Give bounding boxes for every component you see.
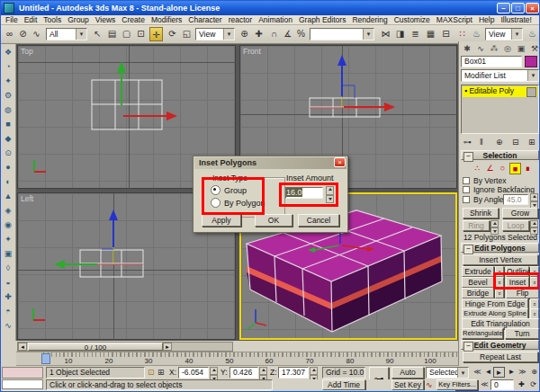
angle-snap-icon[interactable]: ∡ <box>281 27 294 41</box>
select-object-icon[interactable]: ↖ <box>91 27 104 41</box>
dialog-titlebar[interactable]: Inset Polygons <box>194 157 346 169</box>
select-rotate-icon[interactable]: ⟳ <box>166 27 179 41</box>
maxscript-mini-listener-output[interactable] <box>2 379 43 389</box>
collapse-icon[interactable]: − <box>464 342 473 352</box>
percent-snap-icon[interactable]: % <box>294 27 308 41</box>
turn-button[interactable]: Turn <box>505 328 539 339</box>
bevel-button[interactable]: Bevel <box>462 277 494 288</box>
left-toolbar-icon[interactable]: ▣ <box>4 247 13 261</box>
mirror-icon[interactable]: ⋈ <box>379 27 392 41</box>
track-bar[interactable]: 10 20 30 40 50 60 70 80 90 100 <box>16 352 458 366</box>
selection-filter-dropdown[interactable]: All ▼ <box>46 28 87 40</box>
absolute-offset-toggle-icon[interactable]: ⊞ <box>158 367 165 378</box>
current-frame-field[interactable]: 0 <box>490 379 514 390</box>
minimize-button[interactable]: − <box>497 3 510 13</box>
left-toolbar-icon[interactable]: ✦ <box>4 75 12 88</box>
subobject-border-icon[interactable]: ○ <box>497 163 508 174</box>
play-animation-icon[interactable]: ► <box>493 367 505 378</box>
left-toolbar-icon[interactable]: ◊ <box>6 262 10 275</box>
left-toolbar-icon[interactable]: ❖ <box>4 46 12 59</box>
menu-item-modifiers[interactable]: Modifiers <box>151 15 182 24</box>
stack-item-toggle[interactable] <box>526 87 536 97</box>
close-button[interactable]: × <box>526 3 539 13</box>
remove-modifier-icon[interactable]: ⊟ <box>512 137 519 147</box>
by-angle-spinner[interactable] <box>530 193 538 206</box>
frame-forward-arrow[interactable]: ► <box>163 343 172 351</box>
window-crossing-icon[interactable]: ⊡ <box>134 27 148 41</box>
curve-editor-icon[interactable]: ▦ <box>424 27 437 41</box>
ring-spinner[interactable] <box>490 220 499 231</box>
dropdown-arrow-icon[interactable]: ▼ <box>76 29 86 40</box>
configure-stack-icon[interactable]: ⊞ <box>528 137 536 147</box>
selection-rollout-header[interactable]: − Selection <box>461 150 539 160</box>
select-manipulate-icon[interactable]: ✚ <box>252 27 266 41</box>
left-toolbar-icon[interactable]: ◈ <box>5 204 12 218</box>
cancel-button[interactable]: Cancel <box>298 214 339 227</box>
quick-render-icon[interactable]: ♨ <box>526 27 539 41</box>
left-toolbar-icon[interactable]: ◔ <box>5 60 10 74</box>
default-tangent-curve-icon[interactable]: ∿ <box>426 379 433 390</box>
render-type-dropdown[interactable]: View ▼ <box>485 28 523 40</box>
menu-item-tools[interactable]: Tools <box>43 15 61 24</box>
menu-item-illustrate[interactable]: Illustrate! <box>500 15 532 24</box>
tab-motion-icon[interactable]: ◎ <box>501 43 514 54</box>
left-toolbar-icon[interactable]: ✦ <box>4 233 12 246</box>
repeat-last-button[interactable]: Repeat Last <box>463 352 538 362</box>
snap-toggle-icon[interactable]: ∩ <box>267 27 281 41</box>
key-filters-button[interactable]: Key Filters... <box>436 379 478 390</box>
retriangulate-button[interactable]: Retriangulate <box>462 328 503 339</box>
go-to-end-icon[interactable]: ≫ <box>517 367 528 378</box>
ok-button[interactable]: OK <box>255 214 292 227</box>
menu-item-group[interactable]: Group <box>68 15 89 24</box>
subobject-polygon-icon[interactable]: ■ <box>509 163 521 174</box>
by-angle-checkbox[interactable] <box>463 196 470 203</box>
ring-button[interactable]: Ring <box>463 220 490 231</box>
loop-button[interactable]: Loop <box>502 220 529 231</box>
edit-geometry-rollout-header[interactable]: − Edit Geometry <box>461 340 539 350</box>
shrink-button[interactable]: Shrink <box>463 208 499 218</box>
y-coordinate-field[interactable]: 0.426 <box>230 367 258 379</box>
maxscript-mini-listener[interactable] <box>2 367 43 379</box>
subobject-vertex-icon[interactable]: ∴ <box>472 163 483 174</box>
dropdown-arrow-icon[interactable]: ▼ <box>457 368 468 378</box>
left-toolbar-icon[interactable]: ⚙ <box>4 89 12 102</box>
menu-item-character[interactable]: Character <box>188 15 221 24</box>
add-time-tag-button[interactable]: Add Time Tag <box>322 379 365 390</box>
menu-item-views[interactable]: Views <box>95 15 116 24</box>
layer-manager-icon[interactable]: ≣ <box>409 27 422 41</box>
left-toolbar-icon[interactable]: ◐ <box>5 175 10 189</box>
make-unique-icon[interactable]: ⊕ <box>496 137 503 147</box>
stack-item-editable-poly[interactable]: ▪ Editable Poly <box>463 86 537 97</box>
x-spinner[interactable] <box>210 367 218 379</box>
unlink-icon[interactable]: ⊘ <box>16 27 30 41</box>
loop-spinner[interactable] <box>530 220 538 231</box>
left-toolbar-icon[interactable]: ■ <box>5 118 10 131</box>
left-toolbar-icon[interactable]: ◉ <box>4 218 12 232</box>
pin-stack-icon[interactable]: ⊶ <box>464 137 472 147</box>
menu-item-customize[interactable]: Customize <box>394 15 430 24</box>
menu-item-graph-editors[interactable]: Graph Editors <box>299 15 346 24</box>
render-scene-icon[interactable]: ♨ <box>470 27 483 41</box>
collapse-icon[interactable]: − <box>464 245 473 254</box>
select-scale-icon[interactable]: ◱ <box>180 27 194 41</box>
apply-button[interactable]: Apply <box>202 214 241 227</box>
modifier-stack[interactable]: ▪ Editable Poly <box>461 85 539 134</box>
edit-polygons-rollout-header[interactable]: − Edit Polygons <box>461 243 539 253</box>
z-spinner[interactable] <box>310 367 318 379</box>
subobject-element-icon[interactable]: ∎ <box>522 163 534 174</box>
object-color-swatch[interactable] <box>525 56 537 67</box>
x-coordinate-field[interactable]: -6.054 <box>178 367 209 379</box>
menu-item-maxscript[interactable]: MAXScript <box>436 15 472 24</box>
align-icon[interactable]: ◨ <box>393 27 407 41</box>
tab-create-icon[interactable]: ✱ <box>461 43 473 54</box>
use-pivot-center-icon[interactable]: ⊕ <box>238 27 251 41</box>
dropdown-arrow-icon[interactable]: ▼ <box>527 70 538 81</box>
viewport-label[interactable]: Front <box>243 47 261 56</box>
set-key-button[interactable]: Set Key <box>392 379 424 390</box>
rectangular-region-icon[interactable]: ▢ <box>120 27 133 41</box>
menu-item-reactor[interactable]: reactor <box>229 15 252 24</box>
by-angle-field[interactable]: 45.0 <box>503 194 528 205</box>
insert-vertex-button[interactable]: Insert Vertex <box>463 254 538 265</box>
arc-rotate-icon[interactable]: ⟳ <box>527 379 539 390</box>
left-toolbar-icon[interactable]: ⊙ <box>4 147 12 160</box>
